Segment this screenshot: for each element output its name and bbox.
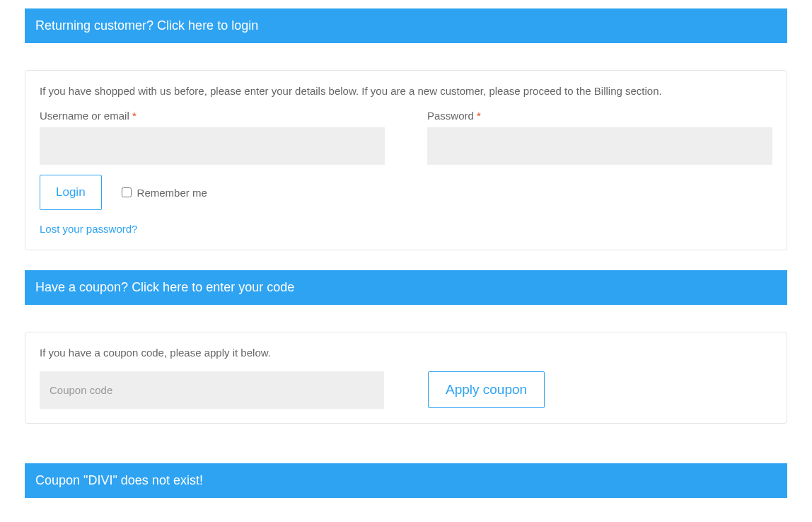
username-column: Username or email * — [40, 110, 385, 165]
username-label: Username or email * — [40, 110, 385, 122]
coupon-panel: If you have a coupon code, please apply … — [25, 332, 787, 424]
remember-me-wrap[interactable]: Remember me — [122, 187, 207, 199]
lost-password-link[interactable]: Lost your password? — [40, 223, 137, 235]
remember-me-checkbox[interactable] — [122, 187, 132, 197]
apply-coupon-button[interactable]: Apply coupon — [428, 371, 545, 408]
login-intro-text: If you have shopped with us before, plea… — [40, 85, 772, 97]
password-label: Password * — [427, 110, 772, 122]
lost-password-wrap: Lost your password? — [40, 223, 772, 236]
coupon-button-column: Apply coupon — [428, 371, 545, 408]
coupon-intro-text: If you have a coupon code, please apply … — [40, 347, 772, 359]
login-toggle-link[interactable]: Click here to login — [157, 18, 258, 33]
coupon-code-input[interactable] — [40, 371, 384, 409]
login-actions-row: Login Remember me — [40, 175, 772, 210]
required-asterisk: * — [132, 110, 137, 122]
password-label-text: Password — [427, 110, 474, 122]
username-label-text: Username or email — [40, 110, 129, 122]
login-panel: If you have shopped with us before, plea… — [25, 70, 787, 250]
returning-customer-prefix: Returning customer? — [35, 18, 153, 33]
returning-customer-banner: Returning customer? Click here to login — [25, 8, 787, 43]
coupon-input-column — [40, 371, 384, 409]
password-input[interactable] — [427, 127, 772, 165]
login-button[interactable]: Login — [40, 175, 102, 210]
username-input[interactable] — [40, 127, 385, 165]
coupon-banner-prefix: Have a coupon? — [35, 280, 128, 294]
coupon-row: Apply coupon — [40, 371, 772, 409]
coupon-banner: Have a coupon? Click here to enter your … — [25, 270, 787, 305]
required-asterisk: * — [477, 110, 481, 122]
coupon-error-text: Coupon "DIVI" does not exist! — [35, 473, 203, 487]
password-column: Password * — [427, 110, 772, 165]
coupon-toggle-link[interactable]: Click here to enter your code — [132, 280, 294, 294]
remember-me-label: Remember me — [137, 187, 207, 199]
login-fields-row: Username or email * Password * — [40, 110, 772, 165]
coupon-error-banner: Coupon "DIVI" does not exist! — [25, 463, 787, 498]
